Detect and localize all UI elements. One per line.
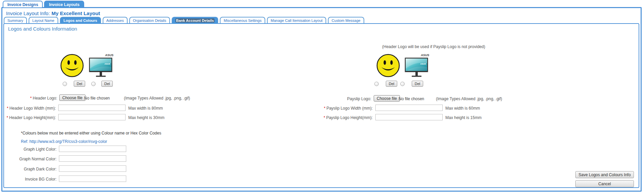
header-logo-choose-file-button[interactable]: Choose file [59,94,86,101]
required-mark: * [324,106,326,111]
header-logo-select-radio-2[interactable] [91,82,96,86]
invoice-layout-page: Invoice Designs Invoice Layouts Invoice … [0,0,644,194]
payslip-logo-select-radio-2[interactable] [400,82,405,86]
header-logo-height-input[interactable] [58,114,126,120]
payslip-logo-del-button-1[interactable]: Del [386,81,397,87]
tab-manage-call-itemisation-layout[interactable]: Manage Call Itemisation Layout [267,17,326,23]
asus-screen-logo-text: ASUS [420,63,426,65]
required-mark: * [30,96,32,101]
payslip-logo-max-height-note: Max height is 15mm [445,115,481,120]
css3-color-ref-link[interactable]: Ref: http://www.w3.org/TR/css3-color/#sv… [21,139,107,144]
header-logo-image-types-note: (Image Types Allowed .jpg, .png, .gif) [124,96,190,101]
section-heading: Logos and Colours Information [8,26,77,32]
payslip-logo-monitor-image: ASUS ASUS [404,52,430,80]
tab-invoice-layouts[interactable]: Invoice Layouts [44,1,84,7]
payslip-logo-height-label: *Payslip Logo Height(mm): [316,115,373,120]
tab-layout-name[interactable]: Layout Name [29,17,58,23]
header-logo-smiley-image [60,53,84,79]
tab-logos-and-colours[interactable]: Logos and Colours [60,17,101,24]
graph-light-color-input[interactable] [59,146,126,152]
page-title-prefix: Invoice Layout Info: [6,10,50,16]
header-logo-label: *Header Logo: [0,96,57,101]
payslip-logo-width-label: *Payslip Logo Width (mm): [316,106,373,111]
primary-tabbar: Invoice Designs Invoice Layouts [3,1,84,7]
required-mark: * [7,115,8,120]
asus-screen-logo-text: ASUS [104,63,110,65]
payslip-logo-smiley-image [376,53,400,79]
graph-normal-color-label: Graph Normal Color: [0,157,57,161]
payslip-logo-del-button-2[interactable]: Del [412,81,423,87]
graph-light-color-label: Graph Light Color: [0,147,57,152]
layout-name-value: My Excellent Layout [52,10,100,16]
invoice-bg-color-input[interactable] [59,176,126,182]
page-title: Invoice Layout Info:My Excellent Layout [6,10,100,16]
required-mark: * [7,106,8,111]
header-logo-file-status: No file chosen [84,96,110,101]
smiley-face-icon [60,53,84,78]
header-logo-width-label: *Header Logo Width (mm): [0,106,56,111]
payslip-logo-select-radio-1[interactable] [374,82,379,86]
invoice-bg-color-label: Invoice BG Color: [0,177,57,182]
payslip-logo-max-width-note: Max width is 60mm [445,106,480,111]
tab-bank-account-details-label: Bank Account Details [175,18,215,23]
tab-custom-message[interactable]: Custom Message [328,17,364,23]
colours-entry-note: *Colours below must be entered either us… [21,131,161,135]
graph-dark-color-input[interactable] [59,165,126,172]
asus-brand-text: ASUS [420,53,429,57]
tab-invoice-designs[interactable]: Invoice Designs [3,1,43,7]
asus-monitor-icon: ASUS ASUS [88,52,114,79]
graph-dark-color-label: Graph Dark Color: [0,167,57,171]
required-mark: * [324,115,325,120]
tab-miscellaneous-settings[interactable]: Miscellaneous Settings [220,17,265,23]
payslip-logo-file-status: No file chosen [399,96,424,101]
tab-bank-account-details[interactable]: Bank Account Details [172,17,218,24]
payslip-fallback-note: (Header Logo will be used if Payslip Log… [382,44,485,49]
payslip-logo-image-types-note: (Image Types Allowed .jpg, .png, .gif) [436,96,502,101]
cancel-button[interactable]: Cancel [575,180,634,187]
layout-section-tabbar: Summary Layout Name Logos and Colours Ad… [4,17,364,23]
header-logo-max-height-note: Max height is 30mm [128,115,164,120]
payslip-logo-height-input[interactable] [375,114,443,120]
tab-addresses[interactable]: Addresses [103,17,128,23]
graph-normal-color-input[interactable] [59,155,126,162]
save-logos-and-colours-button[interactable]: Save Logos and Colours Info [575,171,634,178]
header-logo-height-label: *Header Logo Height(mm): [0,115,56,120]
asus-brand-text: ASUS [105,53,113,57]
header-logo-monitor-image: ASUS ASUS [88,52,114,80]
tab-organisation-details[interactable]: Organisation Details [129,17,170,23]
tab-summary[interactable]: Summary [4,17,27,23]
payslip-logo-choose-file-button[interactable]: Choose file [374,95,400,102]
header-logo-del-button-1[interactable]: Del [74,81,85,87]
payslip-logo-width-input[interactable] [375,105,443,111]
header-logo-max-width-note: Max width is 80mm [128,106,163,111]
header-logo-select-radio-1[interactable] [63,82,67,86]
asus-monitor-icon: ASUS ASUS [404,52,430,79]
header-logo-width-input[interactable] [58,105,126,111]
smiley-face-icon [376,53,400,78]
payslip-logo-label: Payslip Logo: [314,96,371,101]
header-logo-del-button-2[interactable]: Del [101,81,113,87]
